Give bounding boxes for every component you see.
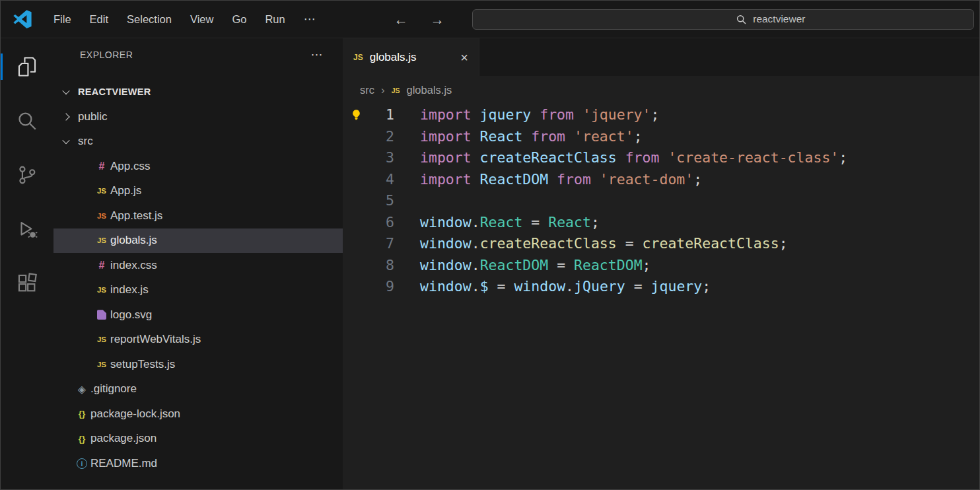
tree-item-index-js[interactable]: JSindex.js bbox=[53, 278, 343, 303]
tree-item-reportwebvitals-js[interactable]: JSreportWebVitals.js bbox=[53, 328, 343, 353]
menu-selection[interactable]: Selection bbox=[118, 9, 181, 30]
gutter bbox=[343, 233, 373, 255]
tab-close-button[interactable]: × bbox=[460, 51, 468, 64]
svg-file-icon bbox=[93, 310, 110, 320]
css-file-icon: # bbox=[93, 260, 110, 271]
gutter bbox=[343, 169, 373, 191]
search-icon bbox=[736, 14, 747, 25]
sidebar-title: EXPLORER bbox=[80, 50, 133, 60]
line-number: 8 bbox=[373, 255, 394, 277]
code-line-2[interactable]: 2import React from 'react'; bbox=[343, 126, 979, 148]
activitybar-explorer[interactable] bbox=[1, 40, 53, 94]
command-center-search[interactable]: reactviewer bbox=[472, 9, 974, 30]
menu-overflow-button[interactable]: ⋯ bbox=[295, 8, 326, 30]
js-file-icon: JS bbox=[392, 87, 400, 94]
search-text: reactviewer bbox=[753, 13, 805, 25]
breadcrumb: src › JS globals.js bbox=[343, 76, 979, 104]
tree-item-package-lock-json[interactable]: {}package-lock.json bbox=[53, 402, 343, 427]
code-line-6[interactable]: 6window.React = React; bbox=[343, 212, 979, 234]
code-line-4[interactable]: 4import ReactDOM from 'react-dom'; bbox=[343, 169, 979, 191]
breadcrumb-separator-icon: › bbox=[381, 84, 385, 97]
line-number: 3 bbox=[373, 147, 394, 169]
js-file-icon: JS bbox=[93, 212, 110, 220]
history-forward-button[interactable]: → bbox=[431, 13, 444, 26]
tree-item-readme-md[interactable]: iREADME.md bbox=[53, 451, 343, 476]
code-text bbox=[394, 190, 420, 212]
menu-file[interactable]: File bbox=[44, 9, 81, 30]
breadcrumb-folder[interactable]: src bbox=[360, 84, 374, 96]
gutter bbox=[343, 104, 373, 126]
menu-go[interactable]: Go bbox=[223, 9, 256, 30]
breadcrumb-file[interactable]: globals.js bbox=[407, 84, 452, 96]
code-line-9[interactable]: 9window.$ = window.jQuery = jquery; bbox=[343, 276, 979, 298]
activitybar-extensions[interactable] bbox=[1, 256, 53, 310]
editor-area: JS globals.js × src › JS globals.js 1imp… bbox=[343, 38, 979, 489]
menu-edit[interactable]: Edit bbox=[81, 9, 118, 30]
code-line-3[interactable]: 3import createReactClass from 'create-re… bbox=[343, 147, 979, 169]
tree-item-app-test-js[interactable]: JSApp.test.js bbox=[53, 203, 343, 228]
code-text: window.React = React; bbox=[394, 212, 600, 234]
lightbulb-icon[interactable] bbox=[350, 109, 363, 122]
menu-bar: FileEditSelectionViewGoRun bbox=[44, 9, 295, 30]
code-line-1[interactable]: 1import jquery from 'jquery'; bbox=[343, 104, 979, 126]
tree-item-label: package-lock.json bbox=[90, 407, 180, 421]
sidebar-actions-button[interactable]: ⋯ bbox=[311, 48, 324, 62]
code-text: window.ReactDOM = ReactDOM; bbox=[394, 255, 651, 277]
js-file-icon: JS bbox=[93, 286, 110, 294]
tree-item-package-json[interactable]: {}package.json bbox=[53, 427, 343, 452]
tree-item-label: public bbox=[78, 110, 107, 123]
code-text: import createReactClass from 'create-rea… bbox=[394, 147, 847, 169]
code-text: window.$ = window.jQuery = jquery; bbox=[394, 276, 711, 298]
history-back-button[interactable]: ← bbox=[394, 13, 408, 26]
tab-label: globals.js bbox=[370, 51, 417, 64]
line-number: 7 bbox=[373, 233, 394, 255]
js-file-icon: JS bbox=[93, 187, 110, 195]
tree-item-label: src bbox=[78, 135, 93, 148]
tree-item-logo-svg[interactable]: logo.svg bbox=[53, 302, 343, 328]
line-number: 2 bbox=[373, 126, 394, 148]
tree-item-app-css[interactable]: #App.css bbox=[53, 154, 343, 179]
chevron-down-icon bbox=[62, 137, 69, 144]
tree-item-setuptests-js[interactable]: JSsetupTests.js bbox=[53, 352, 343, 377]
gutter bbox=[343, 255, 373, 277]
tree-item-label: index.css bbox=[110, 259, 157, 272]
code-editor[interactable]: 1import jquery from 'jquery';2import Rea… bbox=[343, 104, 979, 489]
tree-item-public[interactable]: public bbox=[53, 104, 343, 129]
title-bar: FileEditSelectionViewGoRun ⋯ ← → reactvi… bbox=[1, 1, 979, 38]
menu-view[interactable]: View bbox=[181, 9, 223, 30]
js-file-icon: JS bbox=[93, 236, 110, 244]
code-text: import jquery from 'jquery'; bbox=[394, 104, 659, 126]
code-line-8[interactable]: 8window.ReactDOM = ReactDOM; bbox=[343, 255, 979, 277]
tab-bar: JS globals.js × bbox=[343, 38, 979, 76]
search-icon bbox=[16, 110, 38, 132]
file-tree: publicsrc#App.cssJSApp.jsJSApp.test.jsJS… bbox=[53, 104, 343, 489]
tree-item-globals-js[interactable]: JSglobals.js bbox=[53, 228, 343, 254]
code-line-7[interactable]: 7window.createReactClass = createReactCl… bbox=[343, 233, 979, 255]
activity-bar bbox=[1, 38, 53, 489]
menu-run[interactable]: Run bbox=[256, 9, 294, 30]
run-debug-icon bbox=[16, 218, 38, 240]
tree-item-app-js[interactable]: JSApp.js bbox=[53, 179, 343, 204]
tab-globals-js[interactable]: JS globals.js × bbox=[343, 38, 479, 76]
tree-item--gitignore[interactable]: ◈.gitignore bbox=[53, 377, 343, 402]
tree-item-label: App.test.js bbox=[110, 209, 162, 223]
activitybar-run-debug[interactable] bbox=[1, 202, 53, 256]
css-file-icon: # bbox=[93, 160, 110, 172]
tree-item-label: globals.js bbox=[110, 234, 157, 247]
activitybar-source-control[interactable] bbox=[1, 148, 53, 202]
tree-item-label: App.css bbox=[110, 160, 150, 173]
code-line-5[interactable]: 5 bbox=[343, 190, 979, 212]
vscode-logo-icon bbox=[13, 9, 32, 29]
tree-item-index-css[interactable]: #index.css bbox=[53, 253, 343, 278]
tree-item-src[interactable]: src bbox=[53, 129, 343, 155]
js-file-icon: JS bbox=[353, 53, 363, 62]
tree-root-reactviewer[interactable]: REACTVIEWER bbox=[53, 79, 343, 104]
js-file-icon: JS bbox=[93, 361, 110, 368]
tree-item-label: setupTests.js bbox=[110, 358, 175, 371]
braces-file-icon: {} bbox=[73, 434, 90, 444]
tree-root-label: REACTVIEWER bbox=[78, 87, 151, 97]
activitybar-search[interactable] bbox=[1, 94, 53, 148]
gutter bbox=[343, 147, 373, 169]
line-number: 4 bbox=[373, 169, 394, 191]
js-file-icon: JS bbox=[93, 335, 110, 343]
